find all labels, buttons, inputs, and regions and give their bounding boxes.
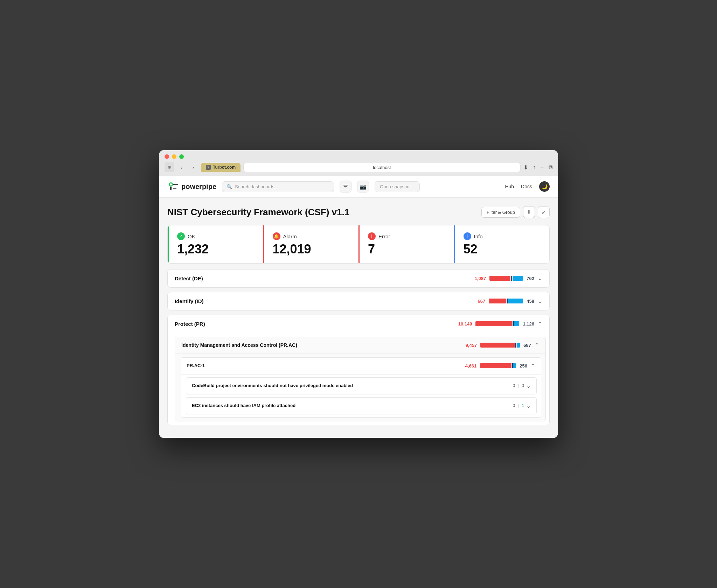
download-icon: ⬇ (527, 209, 531, 215)
stat-header-ok: ✓ OK (177, 232, 255, 240)
identify-bar-dark (507, 299, 508, 303)
detect-title: Detect (DE) (175, 275, 203, 281)
fullscreen-icon: ⤢ (542, 209, 546, 215)
prac-bar (480, 342, 520, 348)
snapshot-label: Open snapshot... (380, 184, 415, 189)
filter-button[interactable] (340, 181, 351, 192)
browser-toolbar: ⊞ ‹ › T Turbot.com localhost ⬇ ↑ + ⧉ (165, 162, 552, 176)
protect-chevron[interactable]: ⌃ (538, 321, 542, 327)
svg-rect-3 (173, 188, 176, 189)
prac1-ok-count: 256 (520, 363, 527, 369)
ok-label: OK (188, 233, 195, 239)
stat-header-alarm: 🔔 Alarm (273, 232, 350, 240)
stat-card-ok: ✓ OK 1,232 (168, 225, 263, 263)
filter-icon (343, 184, 348, 189)
hub-link[interactable]: Hub (505, 184, 514, 189)
ec2iam-alarm: 0 (513, 403, 515, 408)
tab-favicon: T (206, 165, 211, 170)
ec2iam-right: 0 | 1 ⌄ (513, 402, 531, 409)
detect-alarm-count: 1,087 (475, 276, 486, 281)
codebuild-title: CodeBuild project environments should no… (192, 383, 353, 389)
ec2iam-header[interactable]: EC2 instances should have IAM profile at… (186, 398, 536, 414)
stats-row: ✓ OK 1,232 🔔 Alarm 12,019 ! Error (167, 225, 550, 264)
app-content: powerpipe 🔍 Search dashboards... 📷 Open … (159, 176, 558, 438)
prac-chevron[interactable]: ⌃ (535, 342, 539, 349)
ok-value: 1,232 (177, 242, 255, 256)
snapshot-button[interactable]: Open snapshot... (375, 181, 420, 192)
filter-group-button[interactable]: Filter & Group (481, 207, 520, 218)
svg-point-1 (170, 183, 172, 186)
prac1-right: 4,661 256 ⌃ (465, 363, 535, 369)
maximize-button[interactable] (179, 154, 184, 159)
app-header: powerpipe 🔍 Search dashboards... 📷 Open … (159, 176, 558, 198)
back-button[interactable]: ‹ (176, 162, 186, 172)
identify-bar (489, 298, 523, 304)
alarm-label: Alarm (283, 233, 297, 239)
protect-right: 10,149 1,126 ⌃ (458, 321, 542, 327)
prac-ok-count: 687 (523, 343, 531, 348)
alarm-icon: 🔔 (273, 232, 280, 240)
prac-section: Identity Management and Access Control (… (175, 337, 546, 421)
address-bar[interactable]: localhost (243, 163, 521, 172)
prac1-bar-red (480, 363, 511, 368)
detect-ok-count: 762 (527, 276, 534, 281)
codebuild-separator: | (518, 383, 519, 388)
prac1-alarm-count: 4,661 (465, 363, 477, 369)
share-icon[interactable]: ↑ (533, 164, 536, 171)
browser-window: ⊞ ‹ › T Turbot.com localhost ⬇ ↑ + ⧉ (159, 150, 558, 438)
download-icon[interactable]: ⬇ (523, 164, 528, 171)
codebuild-header[interactable]: CodeBuild project environments should no… (186, 378, 536, 394)
logo-text: powerpipe (181, 183, 216, 191)
prac1-chevron[interactable]: ⌃ (531, 363, 535, 369)
sidebar-toggle[interactable]: ⊞ (165, 162, 174, 172)
close-button[interactable] (165, 154, 169, 159)
protect-bar (475, 321, 519, 327)
browser-tab[interactable]: T Turbot.com (201, 163, 241, 172)
error-value: 7 (368, 242, 445, 256)
tabs-icon[interactable]: ⧉ (549, 164, 552, 171)
identify-right: 667 458 ⌄ (478, 298, 542, 304)
detect-chevron[interactable]: ⌄ (538, 275, 542, 282)
docs-link[interactable]: Docs (521, 184, 532, 189)
search-bar[interactable]: 🔍 Search dashboards... (222, 181, 334, 192)
header-nav: Hub Docs 🌙 (505, 181, 550, 192)
identify-bar-red (489, 299, 506, 303)
protect-bar-teal (514, 321, 519, 326)
codebuild-chevron[interactable]: ⌄ (526, 383, 531, 389)
identify-bar-teal (508, 299, 523, 303)
svg-rect-4 (170, 187, 172, 190)
stat-header-info: i Info (464, 232, 541, 240)
protect-body: Identity Management and Access Control (… (168, 333, 549, 421)
dark-mode-toggle[interactable]: 🌙 (539, 181, 550, 192)
detect-bar-dark (511, 276, 512, 281)
camera-button[interactable]: 📷 (357, 181, 369, 192)
search-icon: 🔍 (227, 184, 232, 189)
protect-header[interactable]: Protect (PR) 10,149 1,126 ⌃ (168, 315, 549, 333)
prac-body: PR.AC-1 4,661 256 (175, 354, 545, 418)
prac1-bar-teal (513, 363, 516, 368)
ec2iam-ok: 1 (522, 403, 524, 408)
prac-right: 9,457 687 ⌃ (466, 342, 539, 349)
forward-button[interactable]: › (188, 162, 198, 172)
codebuild-alarm: 0 (513, 383, 515, 388)
protect-bar-dark (513, 321, 514, 326)
prac1-bar-dark (512, 363, 513, 368)
stat-card-info: i Info 52 (454, 225, 550, 263)
dashboard-title: NIST Cybersecurity Framework (CSF) v1.1 (167, 207, 349, 218)
identify-chevron[interactable]: ⌄ (538, 298, 542, 304)
logo[interactable]: powerpipe (167, 181, 216, 192)
prac1-header[interactable]: PR.AC-1 4,661 256 (181, 358, 541, 374)
logo-icon (167, 181, 179, 192)
identify-header[interactable]: Identify (ID) 667 458 ⌄ (168, 292, 549, 310)
protect-bar-red (475, 321, 512, 326)
prac-header[interactable]: Identity Management and Access Control (… (175, 337, 545, 354)
minimize-button[interactable] (172, 154, 176, 159)
toolbar-icons: ⬇ ↑ + ⧉ (523, 164, 552, 171)
fullscreen-button[interactable]: ⤢ (538, 206, 550, 218)
detect-section: Detect (DE) 1,087 762 ⌄ (167, 269, 550, 288)
ec2iam-chevron[interactable]: ⌄ (526, 402, 531, 409)
info-value: 52 (464, 242, 541, 256)
new-tab-icon[interactable]: + (541, 164, 544, 171)
detect-header[interactable]: Detect (DE) 1,087 762 ⌄ (168, 270, 549, 287)
download-button[interactable]: ⬇ (523, 206, 535, 218)
